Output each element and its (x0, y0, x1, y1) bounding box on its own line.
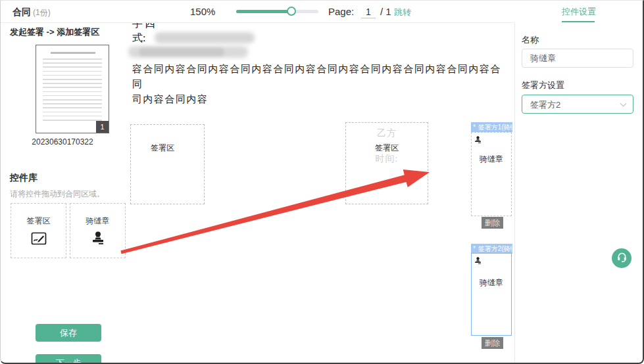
panel-divider (514, 23, 515, 362)
contract-title-text: 合同 (12, 7, 31, 17)
document-canvas: 手四 式: 容合同内容合同内容合同内容合同内容合同内容合同内容合同内容合同内容合… (126, 23, 514, 364)
required-mark: * (473, 124, 476, 131)
sign-area-label: 签署区 (151, 143, 174, 154)
paging-seal-box[interactable]: 骑缝章 (471, 253, 512, 336)
chevron-down-icon (620, 101, 627, 107)
delete-button[interactable]: 删除 (482, 217, 503, 229)
signer-tag-label: 签署方1(骑缝章) (478, 124, 512, 131)
zoom-slider-fill (236, 10, 291, 13)
redaction-blur (155, 32, 255, 43)
page-thumbnail[interactable]: 1 (36, 45, 109, 133)
esign-editor-window: 合同(1份) 150% Page: / 1 跳转 控件设置 发起签署 -> 添加… (0, 0, 644, 364)
redacted-line-prefix: 式: (132, 32, 145, 45)
underlying-doc-text: 乙方 (346, 127, 428, 139)
next-step-button[interactable]: 下一步 (36, 354, 101, 364)
save-button[interactable]: 保存 (36, 324, 101, 342)
paging-seal-label: 骑缝章 (472, 154, 511, 165)
zoom-percent: 150% (190, 6, 215, 17)
control-library-heading: 控件库 (10, 172, 37, 184)
page-jump-link[interactable]: 跳转 (394, 7, 411, 18)
contract-count: (1份) (33, 8, 51, 17)
library-item-label: 骑缝章 (70, 216, 125, 227)
tab-control-settings[interactable]: 控件设置 (562, 6, 596, 18)
sidebar-heading: 发起签署 -> 添加签署区 (10, 26, 99, 38)
control-library-hint: 请将控件拖动到合同区域。 (10, 189, 105, 200)
signer-setting-label: 签署方设置 (522, 80, 564, 91)
page-total: / 1 (380, 6, 391, 17)
sign-area-placement-1[interactable]: 签署区 (130, 124, 205, 204)
delete-button[interactable]: 删除 (482, 337, 503, 349)
thumbnail-text-lines (43, 58, 102, 124)
page-number-input[interactable] (361, 5, 376, 18)
headset-icon (616, 252, 628, 265)
stamp-icon (474, 135, 482, 147)
customer-service-button[interactable] (612, 248, 632, 268)
zoom-slider-handle[interactable] (287, 7, 296, 16)
thumbnail-title-line (51, 52, 95, 54)
paragraph-line: 容合同内容合同内容合同内容合同内容合同内容合同内容合同内容合同内容合同 (132, 62, 505, 92)
library-item-paging-seal[interactable]: 骑缝章 (70, 203, 126, 258)
signer-tag[interactable]: * 签署方1(骑缝章) (471, 122, 512, 132)
underlying-doc-text: 时间: (346, 153, 428, 165)
contract-paragraph: 容合同内容合同内容合同内容合同内容合同内容合同内容合同内容合同内容合同 司内容合… (132, 62, 505, 107)
document-name: 20230630170322 (10, 137, 115, 147)
page-label: Page: (328, 6, 354, 17)
clipped-text-fragment: 手四 (132, 23, 157, 31)
zoom-slider[interactable] (236, 10, 318, 13)
paging-seal-box[interactable]: 骑缝章 (471, 132, 512, 216)
control-name-input[interactable] (522, 49, 633, 68)
sign-area-label: 签署区 (375, 143, 399, 154)
name-field-label: 名称 (522, 34, 539, 46)
stamp-icon (474, 256, 482, 267)
signer-tag[interactable]: * 签署方2(骑缝章) (471, 244, 512, 254)
redaction-blur (139, 48, 224, 56)
required-mark: * (473, 245, 476, 252)
stamp-icon (90, 230, 106, 248)
paragraph-line: 司内容合同内容 (132, 92, 505, 107)
signer-select-value: 签署方2 (530, 99, 560, 111)
signer-select[interactable]: 签署方2 (522, 95, 633, 114)
tab-active-underline (562, 21, 595, 22)
library-item-sign-area[interactable]: 签署区 (11, 203, 66, 258)
signer-tag-label: 签署方2(骑缝章) (478, 245, 512, 252)
paging-seal-label: 骑缝章 (472, 277, 511, 288)
library-item-label: 签署区 (11, 216, 66, 227)
contract-title: 合同(1份) (12, 7, 51, 18)
sign-area-placement-2[interactable]: 乙方 签署区 时间: (345, 122, 428, 204)
signature-pad-icon (30, 230, 47, 250)
page-number-badge: 1 (96, 121, 109, 133)
